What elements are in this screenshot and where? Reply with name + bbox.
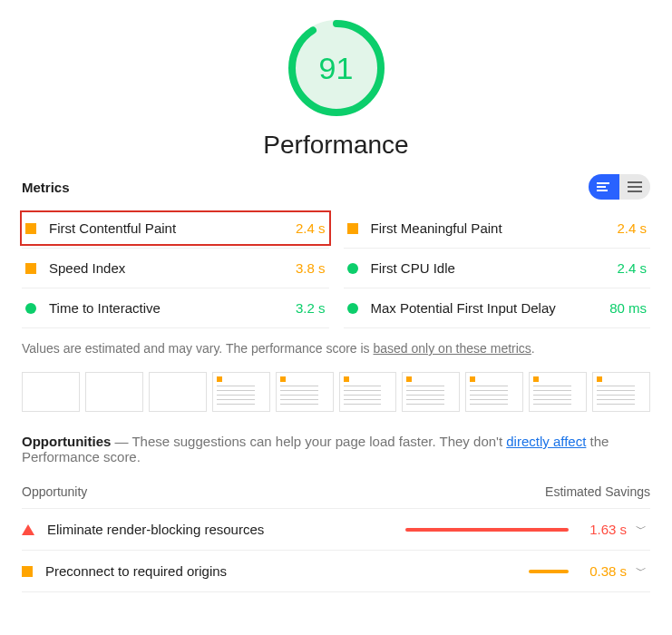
square-orange-icon <box>25 263 36 274</box>
col-savings: Estimated Savings <box>545 484 650 499</box>
metric-value: 2.4 s <box>617 260 647 276</box>
opportunity-label: Eliminate render-blocking resources <box>47 522 405 537</box>
metric-label: First CPU Idle <box>371 260 618 276</box>
metric-value: 2.4 s <box>296 220 326 236</box>
metric-label: First Contentful Paint <box>49 220 296 236</box>
filmstrip-frame <box>22 372 80 412</box>
circle-green-icon <box>25 303 36 314</box>
filmstrip-frame <box>149 372 207 412</box>
filmstrip-frame <box>85 372 143 412</box>
svg-rect-3 <box>597 182 609 184</box>
chevron-down-icon: ﹀ <box>632 522 650 537</box>
metric-value: 80 ms <box>609 300 647 316</box>
svg-rect-5 <box>597 190 608 191</box>
opportunities-intro-link[interactable]: directly affect <box>506 434 586 449</box>
opportunities-header: Opportunity Estimated Savings <box>22 484 650 509</box>
filmstrip-frame <box>339 372 397 412</box>
opportunities-list: Eliminate render-blocking resources1.63 … <box>22 509 650 592</box>
filmstrip-frame <box>592 372 650 412</box>
metric-row[interactable]: First Meaningful Paint2.4 s <box>344 209 651 249</box>
chevron-down-icon: ﹀ <box>632 563 650 579</box>
svg-rect-8 <box>628 190 642 192</box>
metric-value: 3.8 s <box>296 260 326 276</box>
svg-rect-4 <box>597 186 606 188</box>
metric-row[interactable]: Speed Index3.8 s <box>22 249 329 288</box>
svg-rect-7 <box>628 186 642 188</box>
filmstrip <box>22 372 650 412</box>
metric-label: Speed Index <box>49 260 296 276</box>
circle-green-icon <box>347 303 358 314</box>
square-orange-icon <box>25 223 36 234</box>
svg-rect-6 <box>628 181 642 183</box>
circle-green-icon <box>347 263 358 274</box>
opportunity-label: Preconnect to required origins <box>45 563 405 579</box>
view-compact-button[interactable] <box>589 174 619 200</box>
metric-value: 2.4 s <box>617 220 647 236</box>
opportunity-row[interactable]: Preconnect to required origins0.38 s﹀ <box>22 551 650 592</box>
metric-row[interactable]: First CPU Idle2.4 s <box>344 249 651 288</box>
filmstrip-frame <box>276 372 334 412</box>
metrics-disclaimer: Values are estimated and may vary. The p… <box>22 341 650 356</box>
square-orange-icon <box>347 223 358 234</box>
col-opportunity: Opportunity <box>22 484 87 499</box>
opportunity-row[interactable]: Eliminate render-blocking resources1.63 … <box>22 509 650 551</box>
filmstrip-frame <box>402 372 460 412</box>
filmstrip-frame <box>529 372 587 412</box>
performance-score: 91 <box>287 18 386 118</box>
savings-value: 1.63 s <box>578 522 627 537</box>
metric-value: 3.2 s <box>296 300 326 316</box>
savings-bar <box>405 570 569 573</box>
view-detailed-button[interactable] <box>619 174 650 200</box>
metric-label: Time to Interactive <box>49 300 296 316</box>
metric-row[interactable]: First Contentful Paint2.4 s <box>22 209 329 249</box>
bars-long-icon <box>628 181 642 192</box>
triangle-red-icon <box>22 524 34 535</box>
metric-label: Max Potential First Input Delay <box>371 300 610 316</box>
savings-bar <box>405 528 569 532</box>
metric-label: First Meaningful Paint <box>371 220 618 236</box>
metrics-heading: Metrics <box>22 180 70 195</box>
opportunities-intro: Opportunities — These suggestions can he… <box>22 434 650 464</box>
savings-value: 0.38 s <box>578 563 627 579</box>
filmstrip-frame <box>465 372 523 412</box>
performance-gauge: 91 <box>287 18 386 118</box>
filmstrip-frame <box>212 372 270 412</box>
metric-row[interactable]: Time to Interactive3.2 s <box>22 288 329 328</box>
metrics-view-toggle <box>589 174 650 200</box>
page-title: Performance <box>22 131 650 160</box>
square-orange-icon <box>22 566 33 577</box>
bars-short-icon <box>597 182 611 191</box>
metric-row[interactable]: Max Potential First Input Delay80 ms <box>344 288 651 328</box>
disclaimer-link[interactable]: based only on these metrics <box>374 341 531 356</box>
metrics-grid: First Contentful Paint2.4 sFirst Meaning… <box>22 209 650 328</box>
